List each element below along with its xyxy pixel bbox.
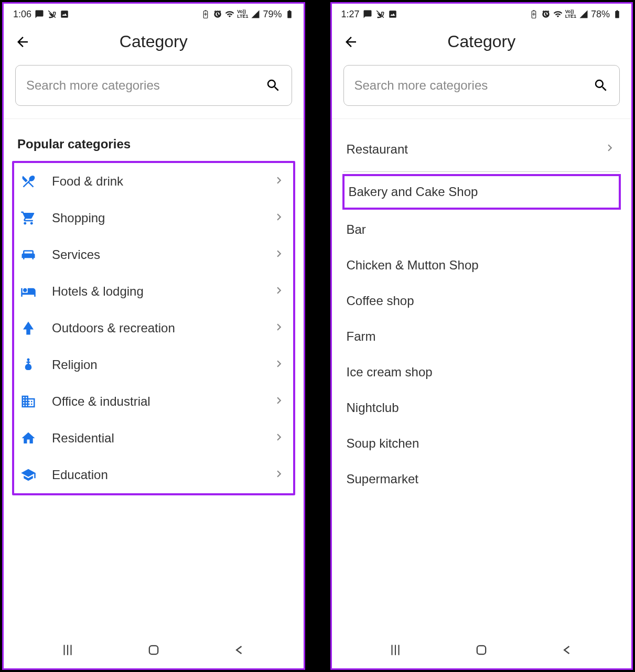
- status-time: 1:27: [341, 9, 360, 20]
- battery-saver-icon: [529, 9, 539, 19]
- search-icon: [593, 78, 609, 93]
- category-label: Residential: [52, 431, 272, 446]
- battery-percent: 79%: [263, 9, 282, 20]
- app-bar: Category: [332, 25, 632, 65]
- subcategory-label: Farm: [347, 329, 376, 344]
- category-label: Food & drink: [52, 174, 272, 189]
- subcategory-item[interactable]: Nightclub: [343, 390, 620, 426]
- search-input[interactable]: [354, 78, 594, 93]
- subcategory-item[interactable]: Bar: [343, 212, 620, 247]
- missed-call-icon: [375, 9, 385, 19]
- popular-categories-highlight: Food & drink Shopping Services Hotels & …: [12, 161, 295, 495]
- nav-back-icon: [560, 643, 575, 657]
- category-label: Education: [52, 468, 272, 482]
- nav-bar: [332, 632, 632, 668]
- nav-recent-button[interactable]: [382, 643, 408, 657]
- category-item-outdoors[interactable]: Outdoors & recreation: [14, 310, 293, 346]
- signal-icon: [251, 9, 260, 19]
- hotel-icon: [19, 283, 37, 300]
- subcategory-item[interactable]: Bakery and Cake Shop: [342, 174, 621, 210]
- image-icon: [388, 9, 397, 19]
- services-icon: [19, 246, 37, 264]
- back-arrow-icon: [15, 34, 30, 50]
- subcategory-item[interactable]: Restaurant: [343, 131, 620, 172]
- outdoors-icon: [19, 319, 37, 337]
- search-icon: [265, 78, 281, 93]
- battery-saver-icon: [201, 9, 210, 19]
- category-item-food[interactable]: Food & drink: [14, 163, 293, 200]
- subcategory-label: Chicken & Mutton Shop: [347, 258, 479, 273]
- recent-icon: [61, 643, 74, 657]
- subcategory-label: Restaurant: [347, 142, 408, 157]
- category-list: Food & drink Shopping Services Hotels & …: [14, 163, 293, 493]
- subcategory-item[interactable]: Soup kitchen: [343, 426, 620, 461]
- home-icon: [474, 643, 489, 657]
- search-input[interactable]: [26, 78, 265, 93]
- subcategory-item[interactable]: Chicken & Mutton Shop: [343, 247, 620, 283]
- missed-call-icon: [47, 9, 57, 19]
- subcategory-label: Nightclub: [347, 400, 399, 415]
- category-item-education[interactable]: Education: [14, 457, 293, 493]
- chat-icon: [35, 9, 44, 19]
- category-label: Outdoors & recreation: [52, 321, 272, 335]
- status-bar: 1:06 Vo))LTE1 79%: [4, 4, 304, 25]
- nav-back-button[interactable]: [227, 643, 253, 657]
- section-title: Popular categories: [4, 125, 304, 157]
- subcategory-label: Bar: [347, 222, 366, 237]
- subcategory-item[interactable]: Farm: [343, 319, 620, 354]
- home-icon: [19, 429, 37, 447]
- chevron-right-icon: [272, 284, 286, 299]
- chevron-right-icon: [272, 247, 286, 263]
- chevron-right-icon: [272, 174, 286, 189]
- search-box[interactable]: [343, 65, 620, 106]
- category-item-services[interactable]: Services: [14, 236, 293, 273]
- battery-icon: [285, 9, 294, 19]
- subcategory-label: Coffee shop: [347, 294, 414, 308]
- status-bar: 1:27 Vo))LTE1 78%: [332, 4, 632, 25]
- subcategory-item[interactable]: Supermarket: [343, 461, 620, 497]
- content-area: Restaurant Bakery and Cake ShopBarChicke…: [332, 119, 632, 632]
- category-item-shopping[interactable]: Shopping: [14, 200, 293, 236]
- chevron-right-icon: [272, 357, 286, 373]
- chevron-right-icon: [272, 430, 286, 446]
- category-label: Hotels & lodging: [52, 284, 272, 299]
- nav-back-button[interactable]: [554, 643, 580, 657]
- category-label: Shopping: [52, 211, 272, 225]
- nav-back-icon: [232, 643, 247, 657]
- chat-icon: [363, 9, 372, 19]
- nav-home-button[interactable]: [141, 643, 167, 657]
- image-icon: [60, 9, 69, 19]
- nav-bar: [4, 632, 304, 668]
- category-item-religion[interactable]: Religion: [14, 346, 293, 383]
- search-box[interactable]: [15, 65, 292, 106]
- subcategory-item[interactable]: Coffee shop: [343, 283, 620, 319]
- alarm-icon: [541, 9, 551, 19]
- chevron-right-icon: [272, 210, 286, 226]
- subcategory-item[interactable]: Ice cream shop: [343, 354, 620, 390]
- page-title: Category: [32, 32, 275, 51]
- category-item-hotel[interactable]: Hotels & lodging: [14, 273, 293, 310]
- back-arrow-icon: [343, 34, 359, 50]
- app-bar: Category: [4, 25, 304, 65]
- category-label: Services: [52, 247, 272, 262]
- shopping-icon: [19, 209, 37, 227]
- search-section: [4, 65, 304, 119]
- volte-icon: Vo))LTE1: [565, 9, 576, 19]
- volte-icon: Vo))LTE1: [237, 9, 248, 19]
- category-item-home[interactable]: Residential: [14, 420, 293, 457]
- recent-icon: [389, 643, 402, 657]
- subcategory-label: Supermarket: [347, 472, 418, 486]
- category-label: Office & industrial: [52, 394, 272, 409]
- subcategory-label: Soup kitchen: [347, 436, 419, 451]
- subcategory-label: Bakery and Cake Shop: [349, 185, 478, 199]
- nav-recent-button[interactable]: [55, 643, 81, 657]
- food-icon: [19, 172, 37, 190]
- category-item-office[interactable]: Office & industrial: [14, 383, 293, 420]
- chevron-right-icon: [272, 394, 286, 409]
- content-area: Popular categories Food & drink Shopping…: [4, 119, 304, 632]
- office-icon: [19, 393, 37, 410]
- page-title: Category: [360, 32, 604, 51]
- back-button[interactable]: [13, 32, 32, 51]
- nav-home-button[interactable]: [468, 643, 494, 657]
- back-button[interactable]: [341, 32, 360, 51]
